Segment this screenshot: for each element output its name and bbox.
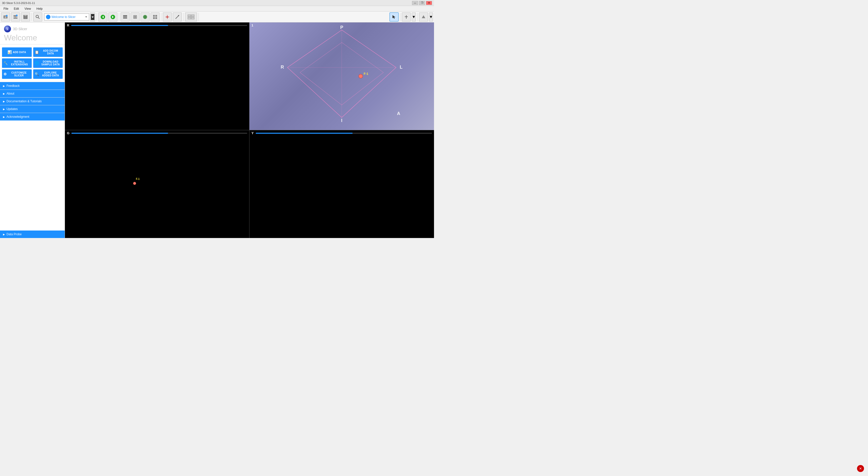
feedback-header[interactable]: ▶ Feedback	[0, 82, 65, 90]
layout-selector-button[interactable]	[185, 12, 197, 22]
about-label: About	[6, 92, 14, 95]
svg-point-54	[359, 74, 363, 78]
svg-text:DCM: DCM	[13, 16, 18, 18]
module-name: Welcome to Slicer	[52, 15, 75, 19]
feedback-label: Feedback	[6, 84, 20, 88]
close-window-button[interactable]: ✕	[426, 1, 432, 5]
menu-view[interactable]: View	[22, 6, 33, 11]
module-selector[interactable]: Welcome to Slicer ▼	[44, 13, 89, 21]
slicer-logo-row: S 3D Slicer	[4, 26, 61, 32]
download-icon: 🌐	[35, 61, 39, 65]
viewport-y[interactable]: Y	[249, 130, 434, 238]
updates-label: Updates	[6, 107, 18, 111]
svg-rect-37	[188, 17, 191, 19]
customize-slicer-button[interactable]: ⚙ CUSTOMIZE SLICER	[2, 69, 32, 79]
svg-rect-35	[188, 15, 191, 17]
viewport-y-label: Y	[251, 131, 254, 135]
separator-2	[97, 13, 97, 21]
list-view-button[interactable]	[121, 12, 130, 22]
viewport-r[interactable]: R	[65, 23, 249, 130]
svg-text:L: L	[400, 65, 403, 70]
slicer-app-name: 3D Slicer	[13, 27, 27, 31]
svg-rect-26	[153, 15, 155, 17]
explore-data-button[interactable]: 🔍 EXPLORE ADDED DATA	[33, 69, 63, 79]
left-panel: S 3D Slicer Welcome 📊 ADD DATA 📋 ADD DIC…	[0, 23, 65, 238]
svg-rect-21	[123, 18, 127, 19]
docs-label: Documentation & Tutorials	[6, 100, 42, 103]
customize-icon: ⚙	[3, 72, 7, 76]
viewport-3d-label: 1	[251, 24, 253, 27]
svg-rect-20	[123, 16, 127, 17]
svg-text:P: P	[340, 25, 343, 30]
volume-button[interactable]	[141, 12, 150, 22]
download-label: DOWNLOAD SAMPLE DATA	[40, 60, 61, 66]
window-title: 3D Slicer 5.3.0-2023-01-11	[2, 1, 35, 4]
svg-rect-28	[153, 17, 155, 19]
add-dicom-button[interactable]: 📋 ADD DICOM DATA	[33, 47, 63, 57]
updates-header[interactable]: ▶ Updates	[0, 105, 65, 113]
back-button[interactable]	[98, 12, 107, 22]
feedback-arrow: ▶	[3, 84, 5, 87]
svg-rect-10	[24, 17, 27, 19]
add-data-toolbar-button[interactable]: D +	[1, 12, 10, 22]
add-dicom-toolbar-button[interactable]: DCM +	[11, 12, 20, 22]
pin-dropdown[interactable]: ▼	[412, 12, 416, 22]
explore-icon: 🔍	[35, 72, 39, 76]
docs-arrow: ▶	[3, 100, 5, 103]
svg-rect-36	[191, 15, 194, 17]
viewport-g[interactable]: G F-1	[65, 130, 249, 238]
svg-text:A: A	[397, 111, 400, 116]
up-arrow-button[interactable]	[419, 12, 428, 22]
search-toolbar-button[interactable]	[33, 12, 42, 22]
separator-4	[161, 13, 161, 21]
data-probe-bar[interactable]: ▶ Data Probe	[0, 231, 65, 238]
minimize-button[interactable]: —	[412, 1, 418, 5]
titlebar: 3D Slicer 5.3.0-2023-01-11 — ❐ ✕	[0, 0, 434, 6]
fiducial-g-label: F-1	[136, 178, 140, 180]
slicer-header: S 3D Slicer Welcome	[0, 23, 65, 44]
grid-view-button[interactable]	[151, 12, 160, 22]
menu-edit[interactable]: Edit	[11, 6, 22, 11]
3d-view-button[interactable]	[131, 12, 140, 22]
add-dicom-icon: 📋	[35, 50, 39, 54]
separator-6	[198, 13, 199, 21]
slicer-logo: S	[4, 26, 11, 32]
add-data-label: ADD DATA	[13, 51, 26, 54]
add-data-button[interactable]: 📊 ADD DATA	[2, 47, 32, 57]
install-label: INSTALL EXTENSIONS	[9, 60, 30, 66]
add-data-icon: 📊	[7, 50, 12, 54]
about-header[interactable]: ▶ About	[0, 90, 65, 97]
spacer	[0, 121, 65, 231]
docs-header[interactable]: ▶ Documentation & Tutorials	[0, 98, 65, 105]
up-dropdown[interactable]: ▼	[429, 12, 433, 22]
measure-button[interactable]	[173, 12, 182, 22]
updates-arrow: ▶	[3, 108, 5, 110]
download-sample-button[interactable]: 🌐 DOWNLOAD SAMPLE DATA	[33, 58, 63, 68]
viewport-area: R 1 P L I R A	[65, 23, 434, 238]
install-extensions-button[interactable]: 🔧 INSTALL EXTENSIONS	[2, 58, 32, 68]
module-history-button[interactable]	[90, 12, 95, 22]
module-icon	[46, 15, 51, 19]
restore-button[interactable]: ❐	[419, 1, 425, 5]
module-dropdown-arrow: ▼	[85, 15, 87, 18]
acknowledgment-arrow: ▶	[3, 115, 5, 118]
data-probe-arrow: ▶	[3, 233, 5, 236]
svg-text:R: R	[281, 65, 284, 70]
customize-label: CUSTOMIZE SLICER	[8, 71, 30, 77]
save-toolbar-button[interactable]	[21, 12, 30, 22]
menubar: File Edit View Help	[0, 6, 434, 11]
svg-rect-9	[24, 15, 27, 16]
forward-button[interactable]	[108, 12, 117, 22]
menu-file[interactable]: File	[1, 6, 11, 11]
window-controls: — ❐ ✕	[412, 1, 432, 5]
menu-help[interactable]: Help	[34, 6, 45, 11]
svg-text:I: I	[341, 118, 342, 123]
svg-marker-39	[393, 15, 395, 19]
viewport-g-label: G	[67, 131, 69, 135]
viewport-3d[interactable]: 1 P L I R A F-1	[249, 23, 434, 130]
cursor-button[interactable]	[390, 12, 399, 22]
acknowledgment-header[interactable]: ▶ Acknowledgment	[0, 113, 65, 121]
pin-button[interactable]	[402, 12, 411, 22]
crosshair-button[interactable]	[163, 12, 172, 22]
explore-label: EXPLORE ADDED DATA	[40, 71, 61, 77]
